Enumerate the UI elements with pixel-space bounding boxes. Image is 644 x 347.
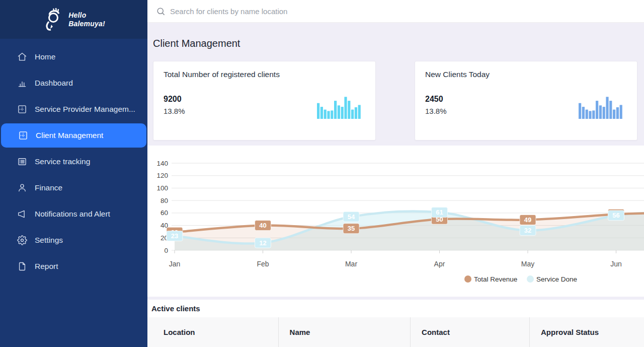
svg-text:0: 0 — [164, 247, 168, 254]
sparkline-bar-chart — [579, 96, 623, 121]
svg-text:54: 54 — [348, 213, 355, 221]
stat-card-title: Total Number of registered clients — [164, 70, 365, 79]
person-icon — [17, 183, 27, 193]
sidebar-item-client-management[interactable]: Client Management — [1, 123, 146, 148]
worker-logo-icon — [42, 7, 65, 33]
logo-line2: Balemuya! — [68, 20, 105, 28]
svg-text:Feb: Feb — [257, 260, 269, 268]
svg-text:60: 60 — [160, 209, 168, 217]
stat-cards-row: Total Number of registered clients920013… — [147, 49, 644, 141]
sidebar-item-label: Service tracking — [35, 157, 90, 166]
list-icon — [17, 157, 27, 167]
megaphone-icon — [17, 209, 27, 220]
home-icon — [17, 52, 27, 62]
svg-text:80: 80 — [160, 197, 168, 204]
grid-dots-icon — [17, 104, 27, 115]
svg-text:Service Done: Service Done — [536, 275, 577, 283]
svg-text:56: 56 — [612, 212, 619, 219]
sidebar-logo: Hello Balemuya! — [0, 0, 147, 39]
sidebar: Hello Balemuya! HomeDashboardService Pro… — [0, 0, 147, 347]
sidebar-item-finance[interactable]: Finance — [0, 175, 147, 201]
stat-card-title: New Clients Today — [425, 70, 627, 79]
logo-text: Hello Balemuya! — [68, 11, 105, 27]
sidebar-item-label: Service Provider Managem... — [35, 105, 135, 114]
sidebar-item-label: Report — [35, 262, 58, 271]
stat-card-new-clients: New Clients Today245013.8% — [415, 61, 637, 141]
document-icon — [17, 261, 27, 272]
svg-text:May: May — [521, 260, 534, 268]
sidebar-item-label: Notifications and Alert — [35, 210, 110, 219]
sidebar-item-label: Client Management — [36, 131, 103, 140]
main-content: Client Management Total Number of regist… — [147, 0, 644, 347]
svg-text:Mar: Mar — [345, 260, 357, 268]
column-header-name: Name — [278, 317, 411, 347]
sidebar-item-service-provider-managem[interactable]: Service Provider Managem... — [0, 96, 147, 122]
svg-text:Apr: Apr — [434, 260, 445, 268]
sidebar-item-notifications-and-alert[interactable]: Notifications and Alert — [0, 201, 147, 227]
sidebar-item-label: Home — [35, 52, 55, 61]
sidebar-menu: HomeDashboardService Provider Managem...… — [0, 39, 147, 280]
stat-card-registered-clients: Total Number of registered clients920013… — [153, 61, 376, 141]
column-header-contact: Contact — [410, 317, 529, 347]
svg-text:Jan: Jan — [169, 260, 181, 268]
column-header-location: Location — [147, 317, 278, 347]
page-title: Client Management — [147, 23, 644, 49]
active-clients-title: Active clients — [147, 300, 644, 317]
logo-line1: Hello — [68, 11, 105, 19]
sparkline-bar-chart — [317, 96, 361, 121]
svg-text:100: 100 — [156, 184, 168, 192]
svg-text:23: 23 — [171, 232, 178, 240]
sidebar-item-service-tracking[interactable]: Service tracking — [0, 149, 147, 175]
svg-text:120: 120 — [156, 172, 168, 179]
topbar — [147, 0, 644, 23]
sidebar-item-home[interactable]: Home — [0, 44, 147, 70]
search-input[interactable] — [170, 7, 432, 16]
svg-text:61: 61 — [436, 209, 443, 216]
sidebar-item-label: Finance — [35, 183, 62, 192]
sidebar-item-settings[interactable]: Settings — [0, 227, 147, 253]
column-header-approval-status: Approval Status — [529, 317, 644, 347]
sidebar-item-label: Settings — [35, 236, 63, 245]
sidebar-item-label: Dashboard — [35, 79, 73, 88]
gear-icon — [17, 235, 27, 246]
svg-text:32: 32 — [524, 227, 531, 234]
sidebar-item-dashboard[interactable]: Dashboard — [0, 70, 147, 96]
clients-table-header: LocationNameContactApproval Status — [147, 317, 644, 347]
svg-text:49: 49 — [524, 216, 531, 224]
revenue-service-chart: 020406080100120140JanFebMarAprMayJun2940… — [147, 146, 644, 297]
svg-text:12: 12 — [259, 239, 266, 247]
sidebar-item-report[interactable]: Report — [0, 253, 147, 280]
svg-text:Jun: Jun — [610, 260, 622, 268]
svg-text:35: 35 — [348, 225, 355, 232]
bar-chart-icon — [17, 78, 27, 89]
svg-text:Total Revenue: Total Revenue — [474, 275, 517, 283]
active-clients-section: Active clients LocationNameContactApprov… — [147, 300, 644, 347]
grid-dots-icon — [18, 130, 28, 141]
svg-text:40: 40 — [259, 222, 266, 229]
svg-text:140: 140 — [156, 160, 168, 167]
search-icon — [156, 7, 166, 16]
